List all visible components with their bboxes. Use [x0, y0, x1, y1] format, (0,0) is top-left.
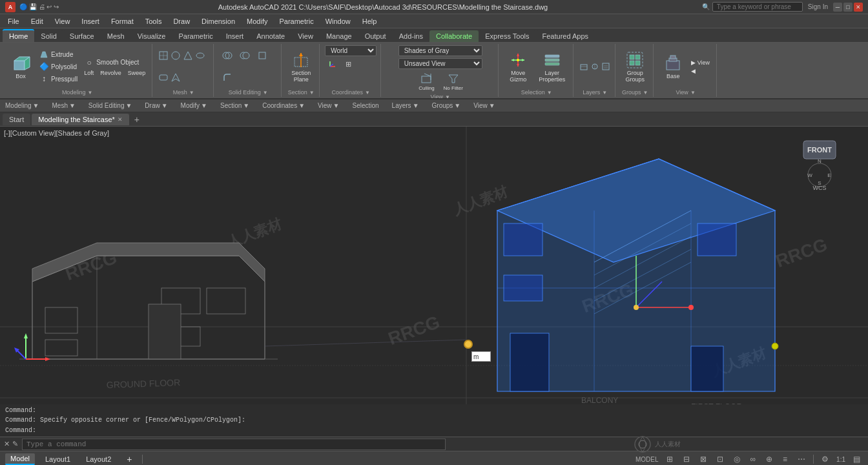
- menu-help[interactable]: Help: [357, 16, 382, 26]
- tab-annotate[interactable]: Annotate: [250, 30, 291, 42]
- ortho-btn[interactable]: ⊠: [698, 453, 709, 465]
- command-text-input[interactable]: [22, 439, 446, 450]
- close-btn[interactable]: ✕: [854, 3, 863, 12]
- view-cube[interactable]: N S W E FRONT WCS: [797, 140, 842, 198]
- view-right-btn1[interactable]: ▶ View: [688, 59, 712, 67]
- tab-express[interactable]: Express Tools: [479, 30, 535, 42]
- add-layout-btn[interactable]: +: [121, 453, 137, 465]
- view-right-btn2[interactable]: ◀: [688, 67, 712, 75]
- grid-btn[interactable]: ⊞: [342, 57, 355, 70]
- model-tab[interactable]: Model: [5, 453, 35, 465]
- menu-edit[interactable]: Edit: [26, 16, 48, 26]
- menu-tools[interactable]: Tools: [140, 16, 167, 26]
- revolve-button[interactable]: Revolve: [98, 69, 124, 77]
- world-dropdown[interactable]: World: [325, 45, 377, 56]
- view-section2[interactable]: View ▼: [318, 102, 339, 109]
- selection-section[interactable]: Selection: [352, 102, 378, 109]
- tab-add-btn[interactable]: +: [130, 112, 143, 127]
- menu-parametric[interactable]: Parametric: [274, 16, 318, 26]
- grid-toggle-btn[interactable]: ⊞: [664, 453, 676, 465]
- group-button[interactable]: GroupGroups: [621, 47, 649, 86]
- tab-output[interactable]: Output: [358, 30, 393, 42]
- menu-dimension[interactable]: Dimension: [196, 16, 240, 26]
- tab-surface[interactable]: Surface: [63, 30, 101, 42]
- groups-section[interactable]: Groups ▼: [432, 102, 461, 109]
- command-pencil-btn[interactable]: ✎: [12, 440, 18, 448]
- tab-home[interactable]: Home: [3, 29, 34, 42]
- minimize-btn[interactable]: ─: [833, 3, 842, 12]
- union-btn[interactable]: [219, 48, 236, 63]
- section-section[interactable]: Section ▼: [220, 102, 249, 109]
- ucs-icon-btn[interactable]: [325, 57, 340, 70]
- layers-section[interactable]: Layers ▼: [392, 102, 419, 109]
- tab-insert[interactable]: Insert: [220, 30, 251, 42]
- osnap-btn[interactable]: ◎: [731, 453, 743, 465]
- box-button[interactable]: Box: [6, 50, 35, 83]
- mesh-section[interactable]: Mesh ▼: [52, 102, 76, 109]
- mesh-btn-1[interactable]: [158, 50, 169, 61]
- tab-close-btn[interactable]: ✕: [118, 116, 123, 123]
- mesh-btn-3[interactable]: [182, 50, 194, 61]
- tab-solid[interactable]: Solid: [34, 30, 63, 42]
- command-x-btn[interactable]: ✕: [4, 440, 10, 448]
- sweep-button[interactable]: Sweep: [125, 69, 149, 77]
- tab-manage[interactable]: Manage: [320, 30, 358, 42]
- tab-featured[interactable]: Featured Apps: [536, 30, 595, 42]
- tab-collaborate[interactable]: Collaborate: [429, 30, 479, 42]
- mesh-btn-5[interactable]: [158, 72, 169, 83]
- menu-view[interactable]: View: [50, 16, 76, 26]
- smooth-object-button[interactable]: ○ Smooth Object: [81, 57, 148, 68]
- coordinates-section[interactable]: Coordinates ▼: [262, 102, 305, 109]
- draw-section[interactable]: Draw ▼: [145, 102, 167, 109]
- menu-format[interactable]: Format: [106, 16, 139, 26]
- no-filter-button[interactable]: No Filter: [441, 71, 466, 92]
- polysolid-button[interactable]: 🔷 Polysolid: [36, 61, 80, 72]
- tab-mesh[interactable]: Mesh: [101, 30, 131, 42]
- tab-modelling[interactable]: Modelling the Staircase* ✕: [32, 114, 129, 125]
- polar-btn[interactable]: ⊡: [714, 453, 726, 465]
- menu-window[interactable]: Window: [320, 16, 356, 26]
- loft-button[interactable]: Loft: [81, 69, 96, 77]
- properties-btn[interactable]: ▤: [851, 453, 863, 465]
- tab-addins[interactable]: Add-ins: [393, 30, 429, 42]
- solid-editing-section[interactable]: Solid Editing ▼: [88, 102, 132, 109]
- intersect-btn[interactable]: [254, 48, 271, 63]
- extrude-button[interactable]: Extrude: [36, 48, 80, 60]
- base-button[interactable]: Base: [659, 50, 687, 83]
- move-gizmo-button[interactable]: MoveGizmo: [504, 47, 532, 86]
- layer-btn-3[interactable]: [601, 61, 611, 72]
- modify-section[interactable]: Modify ▼: [181, 102, 207, 109]
- sign-in-btn[interactable]: Sign In: [808, 3, 828, 10]
- otrack-btn[interactable]: ∞: [748, 453, 759, 465]
- layer-properties-button[interactable]: LayerProperties: [535, 47, 569, 86]
- layer-btn-1[interactable]: [579, 61, 589, 72]
- layout1-tab[interactable]: Layout1: [40, 454, 76, 464]
- tab-view[interactable]: View: [291, 30, 320, 42]
- culling-button[interactable]: Culling: [415, 71, 439, 92]
- section-plane-button[interactable]: SectionPlane: [287, 47, 315, 86]
- menu-modify[interactable]: Modify: [242, 16, 273, 26]
- mesh-btn-6[interactable]: [170, 72, 181, 83]
- modeling-section[interactable]: Modeling ▼: [5, 102, 39, 109]
- tspaciing-btn[interactable]: ⋯: [795, 453, 808, 465]
- layer-btn-2[interactable]: [590, 61, 600, 72]
- view-dropdown[interactable]: Unsaved View Top Front Right: [398, 58, 482, 69]
- shading-dropdown[interactable]: Shades of Gray 2D Wireframe Conceptual R…: [398, 45, 482, 56]
- menu-file[interactable]: File: [3, 16, 25, 26]
- subtract-btn[interactable]: [236, 48, 253, 63]
- settings-btn[interactable]: ⚙: [819, 453, 831, 465]
- fillet-btn[interactable]: [219, 70, 236, 85]
- dynin-btn[interactable]: ⊕: [763, 453, 775, 465]
- tab-visualize[interactable]: Visualize: [131, 30, 172, 42]
- menu-draw[interactable]: Draw: [168, 16, 195, 26]
- snap-toggle-btn[interactable]: ⊟: [681, 453, 692, 465]
- maximize-btn[interactable]: □: [843, 3, 852, 12]
- tab-parametric[interactable]: Parametric: [172, 30, 219, 42]
- mesh-btn-2[interactable]: [170, 50, 181, 61]
- search-input[interactable]: [712, 2, 803, 12]
- view-section3[interactable]: View ▼: [473, 102, 495, 109]
- menu-insert[interactable]: Insert: [76, 16, 105, 26]
- presspull-button[interactable]: ↕ Presspull: [36, 73, 80, 85]
- layout2-tab[interactable]: Layout2: [81, 454, 116, 464]
- tab-start[interactable]: Start: [3, 114, 30, 125]
